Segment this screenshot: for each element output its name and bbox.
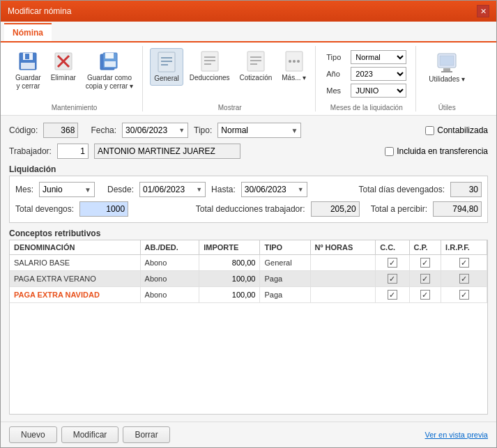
contabilizada-checkbox-label[interactable]: Contabilizada [425,125,488,135]
cell-horas [310,287,376,303]
fecha-input[interactable]: 30/06/2023 ▼ [122,123,188,138]
ver-vista-previa-link[interactable]: Ver en vista previa [425,431,489,439]
tipo-form-label: Tipo: [194,125,212,135]
incluida-checkbox[interactable] [385,147,394,156]
general-label: General [154,75,179,83]
cell-ab-ded: Abono [140,287,199,303]
codigo-label: Código: [9,125,38,135]
table-row[interactable]: PAGA EXTRA VERANO Abono 100,00 Paga ✓ ✓ … [10,271,487,287]
desde-value: 01/06/2023 [143,185,185,194]
codigo-input [43,123,78,138]
eliminar-button[interactable]: Eliminar [47,48,79,84]
table-row[interactable]: SALARIO BASE Abono 800,00 General ✓ ✓ ✓ [10,255,487,271]
svg-point-25 [293,60,296,63]
hasta-input[interactable]: 30/06/2023 ▼ [241,182,307,197]
main-window: Modificar nómina ✕ Nómina Guardary cerra… [0,0,497,448]
close-button[interactable]: ✕ [477,5,489,17]
guardar-copia-button[interactable]: Guardar comocopia y cerrar ▾ [82,48,137,93]
meses-label: Meses de la liquidación [330,104,403,111]
col-cp: C.P. [409,240,441,255]
liquidacion-title: Liquidación [9,164,488,174]
utilidades-button[interactable]: Utilidades ▾ [423,48,471,85]
content-area: Código: Fecha: 30/06/2023 ▼ Tipo: Normal… [1,116,496,422]
fecha-dropdown-icon: ▼ [178,127,185,134]
contabilizada-checkbox[interactable] [425,126,434,135]
tipo-select[interactable]: Normal Extra [351,50,406,64]
table-row[interactable]: PAGA EXTRA NAVIDAD Abono 100,00 Paga ✓ ✓… [10,287,487,303]
mas-icon [283,50,305,72]
modificar-button[interactable]: Modificar [61,426,119,443]
general-button[interactable]: General [150,48,183,86]
hasta-label: Hasta: [211,185,236,194]
ribbon-group-mantenimiento: Guardary cerrar Eliminar Guardar comocop… [6,46,143,111]
liquidacion-section: Liquidación Mes: Junio ▼ Desde: 01/06/20… [9,164,488,223]
mas-button[interactable]: Más... ▾ [278,48,309,84]
general-icon [155,51,178,73]
cotizacion-label: Cotización [240,74,273,82]
mes-liq-select[interactable]: Junio ▼ [39,182,95,197]
svg-rect-19 [247,52,264,71]
col-irpf: I.R.P.F. [441,240,487,255]
cell-horas [310,271,376,287]
conceptos-table-container[interactable]: DENOMINACIÓN AB./DED. IMPORTE TIPO Nº HO… [9,240,488,415]
tab-nomina[interactable]: Nómina [4,23,52,41]
deducciones-button[interactable]: Deducciones [186,48,234,84]
checkbox-checked-icon: ✓ [420,274,430,284]
cell-cp: ✓ [409,287,441,303]
desde-input[interactable]: 01/06/2023 ▼ [139,182,206,197]
cell-tipo: General [260,255,310,271]
svg-rect-29 [443,68,450,71]
fecha-label: Fecha: [91,125,116,135]
total-dias-input [450,182,482,197]
tipo-row: Tipo Normal Extra [326,50,406,64]
checkbox-checked-icon: ✓ [459,258,469,268]
cotizacion-button[interactable]: Cotización [236,48,276,84]
col-importe: IMPORTE [199,240,260,255]
liquidacion-row-1: Mes: Junio ▼ Desde: 01/06/2023 ▼ Hasta: … [15,182,482,197]
window-title: Modificar nómina [8,6,71,16]
mes-label: Mes [326,86,347,95]
cell-importe: 800,00 [199,255,260,271]
año-select[interactable]: 2022 2023 2024 [351,67,406,81]
checkbox-checked-icon: ✓ [388,290,397,300]
borrar-button[interactable]: Borrar [123,426,169,443]
tipo-form-arrow-icon: ▼ [291,127,298,134]
cell-irpf: ✓ [441,287,487,303]
incluida-checkbox-label[interactable]: Incluida en transferencia [385,146,488,156]
guardar-cerrar-button[interactable]: Guardary cerrar [12,48,45,93]
tipo-label: Tipo [326,53,347,61]
tipo-form-select[interactable]: Normal ▼ [217,123,301,138]
nuevo-button[interactable]: Nuevo [9,426,57,443]
mes-liq-label: Mes: [15,185,33,194]
desde-label: Desde: [107,185,134,194]
ribbon-group-utiles: Utilidades ▾ Útiles [418,46,476,111]
incluida-text: Incluida en transferencia [397,146,488,156]
mes-liq-arrow-icon: ▼ [84,186,91,194]
cell-irpf: ✓ [441,255,487,271]
total-devengos-input[interactable] [79,201,128,217]
cell-importe: 100,00 [199,271,260,287]
mes-select[interactable]: ENEROFEBREROMARZO ABRILMAYOJUNIO JULIOAG… [351,84,406,98]
utiles-content: Utilidades ▾ [423,46,471,102]
desde-arrow-icon: ▼ [196,186,202,193]
cell-importe: 100,00 [199,287,260,303]
fecha-value: 30/06/2023 [125,125,167,135]
liquidacion-dropdowns: Tipo Normal Extra Año 2022 2023 2024 [323,48,410,100]
trabajador-id-input[interactable] [57,144,89,159]
contabilizada-text: Contabilizada [437,125,488,135]
total-deducciones-label: Total deducciones trabajador: [196,204,305,214]
eliminar-label: Eliminar [51,74,76,82]
mes-liq-value: Junio [43,185,63,194]
meses-dropdowns: Tipo Normal Extra Año 2022 2023 2024 [323,46,410,102]
checkbox-checked-icon: ✓ [459,290,469,300]
total-percibir-input [433,201,482,217]
checkbox-checked-icon: ✓ [420,258,430,268]
cell-horas [310,255,376,271]
guardar-cerrar-label: Guardary cerrar [15,74,41,91]
bottom-bar: Nuevo Modificar Borrar Ver en vista prev… [1,422,496,447]
guardar-copia-label: Guardar comocopia y cerrar ▾ [86,74,133,91]
año-label: Año [326,70,347,78]
title-bar: Modificar nómina ✕ [1,1,496,22]
ribbon: Guardary cerrar Eliminar Guardar comocop… [1,43,496,116]
conceptos-section: Conceptos retributivos DENOMINACIÓN AB./… [9,229,488,415]
